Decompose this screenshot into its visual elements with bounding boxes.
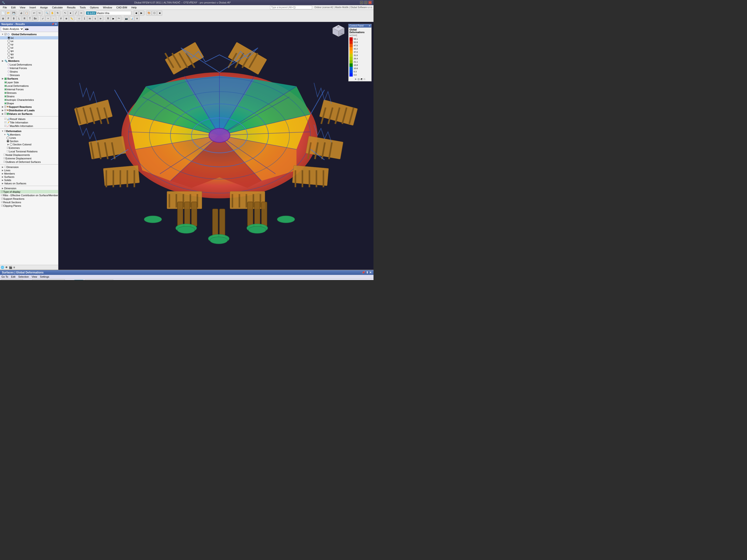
radio-uz[interactable] [7, 46, 10, 49]
tree-item-phiy[interactable]: φy [0, 53, 58, 56]
member-num-btn[interactable]: m [87, 16, 93, 21]
menu-edit[interactable]: Edit [9, 6, 18, 9]
print2-btn[interactable]: 📋 [24, 10, 29, 16]
checkbox-outlines[interactable]: ☑ [3, 160, 6, 163]
checkbox-title-info[interactable]: ☑ [4, 121, 6, 124]
nav-bottom-btn2[interactable]: 👁 [5, 266, 8, 269]
menu-assign[interactable]: Assign [38, 6, 50, 9]
tree-item-members-nav[interactable]: ▶ Members [0, 172, 58, 175]
tree-item-support-reactions[interactable]: ▶ ☑ ★ Support Reactions [0, 105, 58, 108]
line-btn[interactable]: ╱ [73, 10, 78, 16]
tree-item-phix[interactable]: φx [0, 49, 58, 53]
solid-btn[interactable]: ■ [157, 10, 162, 16]
tree-item-result-sections[interactable]: ☑ Result Sections [0, 201, 58, 204]
radio-sec-colored[interactable] [10, 143, 12, 146]
tree-item-phiz[interactable]: φz [0, 56, 58, 59]
checkbox-global-def[interactable]: ☑ [4, 33, 7, 36]
exp-dim2[interactable]: ▶ [1, 187, 4, 189]
keyword-search-input[interactable] [270, 6, 312, 9]
select-btn[interactable]: ↖ [62, 10, 68, 16]
checkbox-ribs[interactable]: ☑ [1, 194, 3, 197]
grid-btn[interactable]: # [58, 16, 63, 21]
zoom-btn[interactable]: 🔍 [44, 10, 50, 16]
maximize-button[interactable]: □ [364, 1, 367, 4]
save-btn[interactable]: 💾 [11, 10, 16, 16]
tree-item-deformation[interactable]: ▼ ⊟ Deformation [0, 129, 58, 133]
checkbox-maxmin[interactable]: ☑ [4, 124, 6, 127]
tree-item-values-surfaces[interactable]: ▶ ☑ ▣ Values on Surfaces [0, 112, 58, 115]
tree-item-extreme-disp[interactable]: ☑ Extreme Displacement [0, 157, 58, 160]
menu-calculate[interactable]: Calculate [50, 6, 65, 9]
bp-menu-goto[interactable]: Go To [1, 275, 8, 278]
exp-val-surf2[interactable]: ▶ [1, 182, 4, 185]
screenshot-btn[interactable]: 📷 [124, 16, 129, 21]
exp-def-members[interactable]: ▼ [3, 133, 6, 136]
nav-bottom-btn1[interactable]: 🌐 [1, 266, 4, 269]
back-btn[interactable]: B [11, 16, 16, 21]
snap-btn[interactable]: ⊕ [64, 16, 69, 21]
bp-expand-btn[interactable]: ⬆ [366, 271, 368, 274]
bp-menu-view[interactable]: View [31, 275, 37, 278]
result-show-btn[interactable]: R [105, 16, 111, 21]
next-lc-btn[interactable]: ▶ [139, 10, 144, 16]
tree-item-def-lines[interactable]: Lines [0, 136, 58, 139]
exp-support[interactable]: ▶ [1, 106, 4, 108]
menu-window[interactable]: Window [101, 6, 114, 9]
viewport-3d[interactable]: Z+ +Y Control Panel ✕ Global Deformation… [58, 22, 374, 270]
checkbox-nodal[interactable]: ☐ [3, 153, 6, 156]
menu-cad-bim[interactable]: CAD-BIM [114, 6, 129, 9]
tree-item-nodal-disp[interactable]: ☐ Nodal Displacements [0, 153, 58, 157]
radio-u-abs[interactable] [7, 36, 11, 39]
bp-menu-selection[interactable]: Selection [18, 275, 29, 278]
menu-file[interactable]: File [1, 6, 9, 9]
exp-lines[interactable]: ▶ [1, 169, 4, 171]
menu-help[interactable]: Help [130, 6, 139, 9]
tree-item-local-def-s[interactable]: ▣ Local Deformations [0, 84, 58, 87]
nav-bottom-btn3[interactable]: 🎬 [9, 266, 12, 269]
radio-phiy[interactable] [7, 53, 10, 56]
radio-phiz[interactable] [7, 56, 10, 59]
checkbox-dist-loads[interactable]: ☑ [4, 109, 6, 112]
checkbox-torsional[interactable]: ☐ [6, 150, 9, 153]
deform-btn[interactable]: 〜 [116, 16, 121, 21]
checkbox-result-vals[interactable]: ☑ [4, 117, 6, 121]
expander-members[interactable]: ▶ [1, 60, 4, 62]
menu-view[interactable]: View [18, 6, 27, 9]
rotate-btn[interactable]: ↻ [55, 10, 60, 16]
load-name-input[interactable] [96, 11, 131, 15]
checkbox-type-display[interactable]: ☑ [1, 190, 3, 193]
radio-phix[interactable] [7, 50, 10, 52]
tree-item-local-def[interactable]: ⬡ Local Deformations [0, 63, 58, 66]
menu-insert[interactable]: Insert [28, 6, 38, 9]
nav-next-btn[interactable]: ▶ [27, 28, 29, 30]
tree-item-def-members[interactable]: ▼ 🔩 Members [0, 133, 58, 136]
tree-item-ux[interactable]: ux [0, 39, 58, 43]
top-btn[interactable]: T [27, 16, 32, 21]
exp-dist-loads[interactable]: ▶ [1, 109, 4, 111]
tree-item-surfaces[interactable]: ▶ ▣ Surfaces [0, 77, 58, 80]
tree-item-def-extremes[interactable]: ☑ Extremes [0, 146, 58, 150]
cp-btn4[interactable]: □ [364, 78, 365, 80]
tree-item-maxmin-info[interactable]: ☑ 📈 Max/Min Information [0, 124, 58, 128]
menu-options[interactable]: Options [88, 6, 101, 9]
tree-item-solids[interactable]: ▶ Solids [0, 179, 58, 182]
right-btn[interactable]: R [22, 16, 27, 21]
nav-prev-btn[interactable]: ◀ [25, 28, 27, 30]
checkbox-support2[interactable]: ☑ [1, 197, 3, 200]
tree-item-lines[interactable]: ▶ Lines [0, 169, 58, 172]
analysis-type-select[interactable]: Static Analysis [1, 279, 23, 280]
load-num-btn[interactable]: ⊳ [98, 16, 103, 21]
tree-item-def-torsional[interactable]: ☐ Local Torsional Rotations [0, 150, 58, 153]
tree-item-strains-s[interactable]: ▣ Strains [0, 95, 58, 98]
checkbox-clipping[interactable]: ☑ [1, 204, 3, 207]
radio-ux[interactable] [7, 40, 10, 43]
radio-section[interactable] [6, 140, 9, 142]
tree-item-stresses-m[interactable]: ⬡ Stresses [0, 73, 58, 77]
zoom-in-btn[interactable]: + [46, 16, 51, 21]
cp-btn3[interactable]: ◩ [361, 78, 363, 80]
tree-item-stresses-s[interactable]: ▣ Stresses [0, 91, 58, 95]
tree-item-shape[interactable]: ▣ Shape [0, 102, 58, 105]
radio-uy[interactable] [7, 43, 10, 46]
front-btn[interactable]: F [6, 16, 11, 21]
open-btn[interactable]: 📂 [6, 10, 11, 16]
